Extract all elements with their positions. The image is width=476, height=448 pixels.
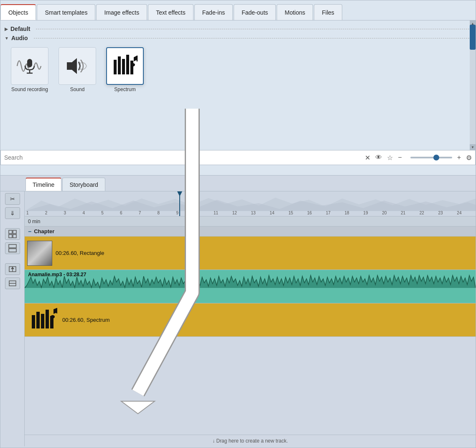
ruler-num-16: 16	[307, 211, 326, 215]
tab-timeline[interactable]: Timeline	[25, 178, 61, 191]
sound-icon-box	[59, 47, 96, 85]
settings-icon[interactable]: ⚙	[466, 154, 472, 162]
svg-rect-6	[122, 59, 125, 74]
ruler-num-6: 6	[120, 211, 139, 215]
chapter-row: − Chapter	[25, 227, 476, 237]
svg-rect-14	[13, 234, 16, 238]
spectrum-type: Spectrum	[87, 317, 110, 323]
section-default-label: Default	[10, 25, 30, 32]
left-toolbar: ✂ ⇓	[0, 191, 25, 446]
ruler-num-15: 15	[288, 211, 307, 215]
svg-point-30	[51, 315, 55, 318]
tab-smart-templates[interactable]: Smart templates	[37, 4, 95, 20]
svg-rect-24	[32, 315, 35, 328]
search-icons: ✕ 👁 ☆ − + ⚙	[365, 154, 472, 162]
clear-search-icon[interactable]: ✕	[365, 154, 370, 162]
svg-rect-15	[9, 244, 16, 248]
chapter-label: Chapter	[34, 228, 54, 234]
tab-files[interactable]: Files	[314, 4, 342, 20]
tab-objects[interactable]: Objects	[0, 4, 36, 20]
timeline-tab-bar: Timeline Storyboard	[0, 176, 476, 191]
collapse-tool[interactable]	[5, 277, 20, 289]
video-type: Rectangle	[80, 250, 104, 256]
svg-rect-11	[9, 230, 12, 234]
drag-hint: ↓ Drag here to create a new track.	[25, 435, 476, 446]
search-bar: ✕ 👁 ☆ − + ⚙	[0, 150, 476, 165]
ruler-num-13: 13	[251, 211, 270, 215]
video-track-bg[interactable]: 00:26.60, Rectangle	[25, 237, 476, 270]
section-default[interactable]: ▶ Default	[5, 25, 471, 32]
visibility-icon[interactable]: 👁	[375, 154, 382, 161]
ruler-numbers: 1 2 3 4 5 6 7 8 9 10 11 12 13 14	[25, 211, 476, 215]
tab-fade-outs[interactable]: Fade-outs	[234, 4, 276, 20]
time-marker-label: 0 min	[28, 219, 40, 224]
arrow-right-icon: ▶	[5, 27, 8, 31]
svg-marker-19	[11, 267, 14, 269]
spectrum-track-label: 00:26.60, Spectrum	[62, 317, 109, 323]
audio-track: Anamalie.mp3 - 03:28.27	[25, 270, 476, 303]
slider-thumb	[433, 155, 439, 160]
down-arrow-tool[interactable]: ⇓	[5, 207, 20, 219]
tab-text-effects[interactable]: Text effects	[148, 4, 193, 20]
drag-hint-text: ↓ Drag here to create a new track.	[212, 438, 288, 444]
zoom-slider[interactable]	[410, 157, 452, 158]
ruler-num-8: 8	[158, 211, 176, 215]
ruler-num-5: 5	[101, 211, 120, 215]
sound-svg	[63, 51, 92, 81]
grid-tool-1[interactable]	[5, 228, 20, 240]
timeline-ruler: 1 2 3 4 5 6 7 8 9 10 11 12 13 14	[25, 191, 476, 216]
mountain-bg	[25, 196, 476, 211]
playhead[interactable]	[179, 191, 180, 216]
scrollbar-track: ▲ ▼	[470, 20, 476, 150]
svg-rect-13	[9, 234, 12, 238]
zoom-out-icon[interactable]: −	[398, 154, 402, 161]
item-spectrum[interactable]: Spectrum	[104, 47, 146, 92]
ruler-num-11: 11	[214, 211, 232, 215]
sound-label: Sound	[70, 87, 85, 92]
ruler-num-12: 12	[232, 211, 251, 215]
svg-rect-5	[118, 56, 121, 74]
star-icon[interactable]: ☆	[387, 154, 393, 162]
tab-motions[interactable]: Motions	[277, 4, 313, 20]
ruler-num-3: 3	[64, 211, 83, 215]
section-audio[interactable]: ▼ Audio	[5, 35, 471, 41]
ruler-num-1: 1	[26, 211, 45, 215]
extend-tool[interactable]	[5, 263, 20, 275]
svg-rect-0	[27, 59, 32, 67]
grid-tool-2[interactable]	[5, 242, 20, 254]
video-thumbnail	[27, 241, 52, 266]
ruler-num-23: 23	[438, 211, 457, 215]
scrollbar-thumb[interactable]	[470, 25, 476, 50]
timeline-body: ✂ ⇓	[0, 191, 476, 446]
ruler-num-18: 18	[345, 211, 364, 215]
spectrum-duration: 00:26.60	[62, 317, 84, 323]
slider-track	[410, 157, 452, 158]
zoom-in-icon[interactable]: +	[457, 154, 461, 161]
svg-marker-3	[67, 58, 77, 74]
svg-rect-12	[13, 230, 16, 234]
spectrum-svg	[110, 51, 140, 81]
svg-rect-16	[9, 249, 16, 252]
ruler-num-2: 2	[45, 211, 64, 215]
waveform-visual	[25, 273, 476, 303]
svg-rect-27	[46, 310, 49, 328]
tab-bar: Objects Smart templates Image effects Te…	[0, 0, 476, 20]
ruler-num-22: 22	[420, 211, 438, 215]
sound-recording-svg	[15, 51, 44, 81]
video-track-label: 00:26.60, Rectangle	[56, 250, 104, 256]
audio-items-grid: Sound recording	[5, 44, 471, 96]
scrollbar-down[interactable]: ▼	[470, 144, 476, 150]
tab-image-effects[interactable]: Image effects	[96, 4, 147, 20]
ruler-num-14: 14	[270, 211, 288, 215]
spectrum-track-icon	[30, 306, 59, 333]
sound-recording-icon-box	[11, 47, 48, 85]
section-audio-label: Audio	[11, 35, 28, 41]
tab-fade-ins[interactable]: Fade-ins	[194, 4, 233, 20]
tab-storyboard[interactable]: Storyboard	[62, 178, 105, 191]
item-sound-recording[interactable]: Sound recording	[9, 47, 51, 92]
time-marker: 0 min	[25, 216, 476, 227]
item-sound[interactable]: Sound	[56, 47, 98, 92]
chapter-collapse[interactable]: −	[28, 228, 31, 235]
search-input[interactable]	[4, 154, 362, 161]
scissors-tool[interactable]: ✂	[5, 193, 20, 205]
